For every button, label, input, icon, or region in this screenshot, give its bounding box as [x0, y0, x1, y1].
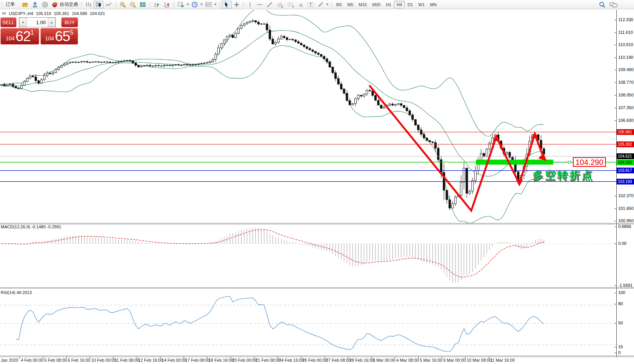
- toolbar-right-group: [599, 1, 618, 8]
- text-tool[interactable]: A: [296, 1, 305, 8]
- templates-caret[interactable]: ▼: [214, 3, 217, 6]
- market-watch-button[interactable]: [20, 1, 30, 8]
- macd-axis-label: -1.5691: [618, 283, 632, 288]
- new-chart-button[interactable]: [176, 1, 186, 8]
- line-mode-icon: [105, 1, 112, 8]
- autotrading-button[interactable]: 自动交易: [50, 1, 80, 8]
- ohlc-open: 105.319: [36, 11, 51, 16]
- price-axis-label: 100.950: [618, 218, 634, 223]
- rsi-axis-label: 100: [618, 290, 625, 295]
- price-badge: 103.193: [617, 179, 634, 184]
- new-chart-caret[interactable]: ▼: [186, 3, 189, 6]
- fibonacci-tool[interactable]: F: [285, 1, 296, 8]
- time-axis-label: 4 Mar 08:00: [396, 358, 419, 362]
- toolbar-drag-handle: ┆: [114, 2, 117, 7]
- toolbar-drag-handle: ┆: [330, 2, 333, 7]
- timeframe-toolbar: M1M5M15M30H1H4D1W1MN: [334, 1, 439, 8]
- templates-button[interactable]: [204, 1, 214, 8]
- rsi-pane: [0, 296, 616, 352]
- price-flag-label[interactable]: 104.290: [573, 157, 606, 167]
- chart-shift-button[interactable]: [162, 1, 172, 8]
- vertical-line-tool[interactable]: [245, 1, 255, 8]
- timeframe-button-H4[interactable]: H4: [394, 1, 405, 8]
- main-pane: [0, 8, 616, 223]
- zoom-in-button[interactable]: [118, 1, 128, 8]
- book-icon: [22, 1, 28, 8]
- price-axis-label: 101.650: [618, 206, 634, 211]
- accounts-button[interactable]: [30, 1, 40, 8]
- toolbar-drag-handle: ┆: [242, 2, 245, 7]
- signals-button[interactable]: [40, 1, 50, 8]
- toolbar-drag-handle: ┆: [1, 2, 3, 7]
- timeframe-button-MN[interactable]: MN: [427, 1, 439, 8]
- rsi-value: 49.2013: [17, 290, 32, 295]
- macd-name: MACD(12,26,9): [1, 224, 30, 229]
- line-chart-mode-button[interactable]: [103, 1, 113, 8]
- candle-chart-mode-button[interactable]: [93, 1, 103, 8]
- rsi-name: RSI(14): [1, 290, 15, 295]
- timeframe-button-M1[interactable]: M1: [334, 1, 345, 8]
- volume-increase-button[interactable]: ▲: [48, 18, 55, 27]
- volume-decrease-button[interactable]: ▼: [19, 18, 27, 27]
- arrows-tool[interactable]: [315, 1, 325, 8]
- horizontal-line-tool[interactable]: [255, 1, 265, 8]
- one-click-trading-panel: SELL ▼ 1.00 ▲ BUY 104 62 1 104 65 5: [0, 17, 78, 45]
- hline-icon: [256, 1, 263, 8]
- timeframe-button-H1[interactable]: H1: [383, 1, 394, 8]
- timeframe-button-M30[interactable]: M30: [370, 1, 383, 8]
- chart-mini-icon: [2, 12, 6, 15]
- person-icon: [32, 1, 38, 8]
- bar-chart-mode-button[interactable]: [83, 1, 93, 8]
- time-axis-label: 3 Mar 00:00: [373, 358, 395, 362]
- sell-price-small: 104: [6, 33, 15, 43]
- time-axis-label: 26 Feb 00:00: [302, 358, 327, 362]
- price-badge: 105.991: [617, 129, 634, 135]
- buy-button[interactable]: BUY: [61, 17, 78, 27]
- price-axis-label: 110.190: [618, 55, 633, 60]
- rsi-axis-label: 15: [618, 344, 623, 349]
- timeframe-button-W1[interactable]: W1: [415, 1, 427, 8]
- sell-price-display[interactable]: 104 62 1: [0, 28, 39, 45]
- svg-text:T: T: [309, 2, 312, 7]
- price-badge: 105.302: [617, 141, 634, 147]
- ohlc-close: 104.621: [90, 11, 105, 16]
- timeframe-button-D1[interactable]: D1: [405, 1, 415, 8]
- time-axis-label: 9 Mar 00:00: [443, 358, 466, 362]
- arrows-tool-caret[interactable]: ▼: [326, 3, 329, 6]
- time-axis-label: 20 Feb 00:00: [232, 358, 257, 362]
- search-icon[interactable]: [599, 1, 606, 8]
- volume-input[interactable]: 1.00: [27, 18, 48, 27]
- channel-tool[interactable]: E: [275, 1, 285, 8]
- turning-point-annotation[interactable]: 多空转折点: [532, 168, 594, 183]
- time-axis-label: 27 Feb 08:00: [326, 358, 351, 362]
- new-order-button[interactable]: 新订单: [4, 1, 20, 8]
- time-axis-label: 5 Mar 16:00: [420, 358, 442, 362]
- new-order-label: 新订单: [6, 1, 15, 8]
- periods-button[interactable]: [190, 1, 200, 8]
- crosshair-tool-button[interactable]: [232, 1, 242, 8]
- time-axis-label: 10 Mar 08:00: [467, 358, 492, 362]
- time-axis-label: 10 Feb 00:00: [91, 358, 116, 362]
- sell-button[interactable]: SELL: [0, 17, 17, 27]
- cursor-tool-button[interactable]: [222, 1, 232, 8]
- timeframe-button-M5[interactable]: M5: [345, 1, 356, 8]
- trendline-icon: [266, 1, 273, 8]
- trendline-tool[interactable]: [265, 1, 275, 8]
- timeframe-button-M15[interactable]: M15: [356, 1, 369, 8]
- price-badge: 104.621: [617, 153, 634, 159]
- chat-icon[interactable]: [609, 1, 618, 8]
- macd-pane: [0, 228, 616, 283]
- auto-scroll-button[interactable]: [152, 1, 162, 8]
- text-label-tool[interactable]: T: [305, 1, 315, 8]
- periods-caret[interactable]: ▼: [200, 3, 203, 6]
- tile-windows-button[interactable]: [138, 1, 148, 8]
- macd-values: -0.1480 -0.2991: [31, 224, 61, 229]
- zoom-out-button[interactable]: [128, 1, 138, 8]
- sell-price-sup: 1: [30, 30, 34, 35]
- buy-price-sup: 5: [70, 30, 73, 35]
- time-axis-label: 12 Feb 16:00: [138, 358, 163, 362]
- time-axis-label: Jan 2020: [1, 358, 18, 362]
- time-axis-label: 21 Feb 08:00: [255, 358, 280, 362]
- ohlc-high: 105.361: [54, 11, 69, 16]
- buy-price-display[interactable]: 104 65 5: [40, 28, 78, 45]
